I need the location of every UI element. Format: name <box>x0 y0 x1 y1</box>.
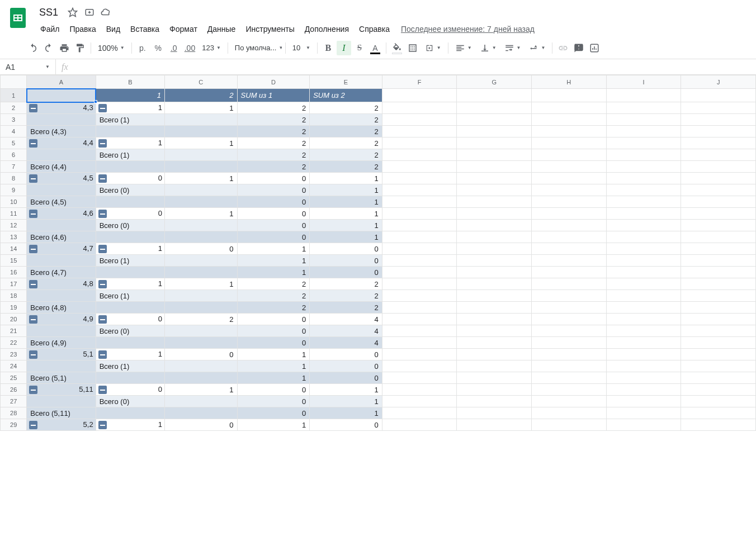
cell[interactable]: 0 <box>310 243 382 255</box>
cell[interactable] <box>27 325 96 337</box>
cell[interactable]: 2 <box>310 278 382 290</box>
cell[interactable] <box>531 278 606 290</box>
cell[interactable] <box>457 220 532 231</box>
cell[interactable] <box>382 337 457 349</box>
cell[interactable] <box>165 161 238 173</box>
cell[interactable] <box>606 372 681 384</box>
cell[interactable] <box>606 384 681 396</box>
collapse-icon[interactable] <box>29 350 37 359</box>
cell[interactable] <box>606 243 681 255</box>
fill-color-button[interactable] <box>390 41 404 55</box>
cell[interactable]: Всего (1) <box>96 114 164 126</box>
cell[interactable] <box>681 149 756 161</box>
cell[interactable] <box>681 255 756 267</box>
column-header-H[interactable]: H <box>531 75 606 89</box>
cell[interactable] <box>606 407 681 419</box>
row-header[interactable]: 23 <box>1 349 27 360</box>
borders-button[interactable] <box>405 41 420 55</box>
cell[interactable]: 1 <box>96 278 164 290</box>
collapse-icon[interactable] <box>98 280 107 288</box>
column-header-C[interactable]: C <box>165 75 238 89</box>
cell[interactable]: 0 <box>237 407 310 419</box>
menu-tools[interactable]: Инструменты <box>241 22 299 36</box>
cell[interactable] <box>531 325 606 337</box>
cell[interactable]: Всего (0) <box>96 184 164 196</box>
cell[interactable] <box>165 360 238 372</box>
row-header[interactable]: 24 <box>1 360 27 372</box>
cell[interactable] <box>382 161 457 173</box>
cell[interactable]: 2 <box>237 102 310 114</box>
cell[interactable]: 0 <box>96 314 164 325</box>
cell[interactable] <box>457 89 532 102</box>
cell[interactable]: 0 <box>310 372 382 384</box>
cell[interactable] <box>457 231 532 243</box>
cell[interactable] <box>382 220 457 231</box>
cell[interactable] <box>681 278 756 290</box>
cell[interactable]: 2 <box>165 314 238 325</box>
cell[interactable] <box>606 220 681 231</box>
cell[interactable]: 1 <box>237 349 310 360</box>
cell[interactable] <box>457 290 532 302</box>
column-header-J[interactable]: J <box>681 75 756 89</box>
cell[interactable]: 0 <box>237 325 310 337</box>
cell[interactable] <box>96 372 164 384</box>
cell[interactable]: 0 <box>237 220 310 231</box>
cell[interactable] <box>382 290 457 302</box>
cell[interactable]: 2 <box>310 126 382 137</box>
row-header[interactable]: 19 <box>1 302 27 314</box>
cell[interactable]: 2 <box>310 102 382 114</box>
fill-handle[interactable] <box>94 100 97 103</box>
cell[interactable]: 1 <box>310 184 382 196</box>
cell[interactable] <box>606 137 681 149</box>
cell[interactable] <box>382 243 457 255</box>
cell[interactable]: 1 <box>165 208 238 220</box>
format-percent-button[interactable]: % <box>151 41 166 55</box>
cell[interactable]: 2 <box>237 278 310 290</box>
cell[interactable] <box>606 208 681 220</box>
collapse-icon[interactable] <box>29 174 37 183</box>
cell[interactable] <box>681 325 756 337</box>
menu-edit[interactable]: Правка <box>65 22 100 36</box>
cell[interactable] <box>165 220 238 231</box>
cell[interactable]: 2 <box>310 137 382 149</box>
cell[interactable] <box>382 196 457 208</box>
cell[interactable] <box>382 278 457 290</box>
row-header[interactable]: 2 <box>1 102 27 114</box>
decrease-decimal-button[interactable]: .0 <box>167 41 181 55</box>
cell[interactable] <box>165 290 238 302</box>
cell[interactable] <box>457 396 532 407</box>
cell[interactable] <box>681 173 756 184</box>
cell[interactable]: Всего (5,1) <box>27 372 96 384</box>
cell[interactable] <box>382 137 457 149</box>
cell[interactable] <box>382 384 457 396</box>
cell[interactable]: 2 <box>237 302 310 314</box>
cell[interactable]: 4,3 <box>27 102 96 114</box>
cell[interactable] <box>382 267 457 278</box>
horizontal-align-button[interactable]: ▼ <box>452 41 475 55</box>
cell[interactable] <box>96 267 164 278</box>
collapse-icon[interactable] <box>29 104 37 112</box>
cell[interactable] <box>382 102 457 114</box>
row-header[interactable]: 25 <box>1 372 27 384</box>
cell[interactable]: 0 <box>310 255 382 267</box>
cell[interactable] <box>681 372 756 384</box>
cell[interactable]: 0 <box>165 419 238 431</box>
cell[interactable] <box>681 220 756 231</box>
cell[interactable]: 1 <box>96 137 164 149</box>
cell[interactable] <box>457 325 532 337</box>
cell[interactable] <box>681 137 756 149</box>
cell[interactable]: 0 <box>237 384 310 396</box>
column-header-A[interactable]: A <box>27 75 96 89</box>
column-header-E[interactable]: E <box>310 75 382 89</box>
cell[interactable] <box>27 114 96 126</box>
cell[interactable]: Всего (4,4) <box>27 161 96 173</box>
cell[interactable]: 2 <box>165 89 238 102</box>
cell[interactable]: Всего (1) <box>96 290 164 302</box>
cell[interactable]: 1 <box>165 173 238 184</box>
move-icon[interactable] <box>84 7 95 18</box>
cell[interactable] <box>681 384 756 396</box>
column-header-D[interactable]: D <box>237 75 310 89</box>
cell[interactable] <box>96 337 164 349</box>
cell[interactable] <box>457 419 532 431</box>
cell[interactable]: Всего (1) <box>96 360 164 372</box>
